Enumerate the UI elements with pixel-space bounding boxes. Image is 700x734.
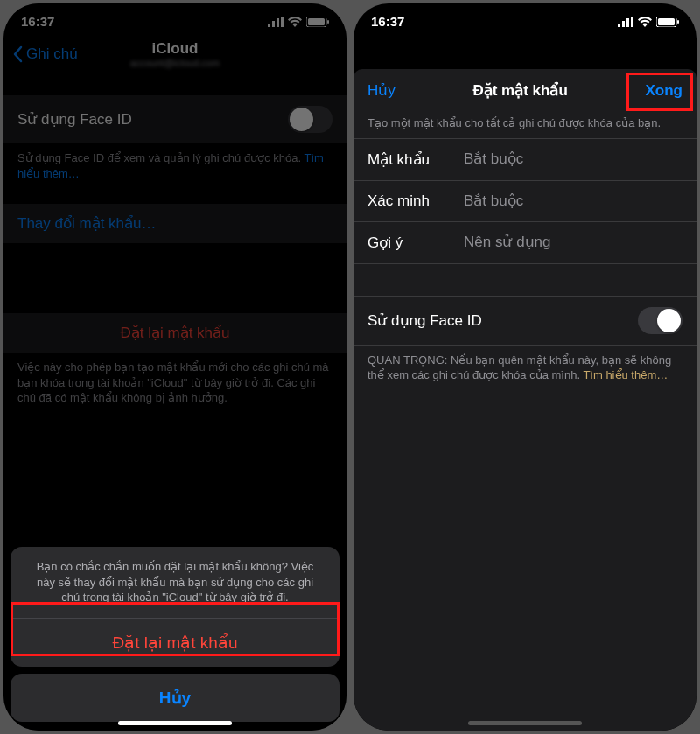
status-time: 16:37 xyxy=(21,14,54,29)
svg-rect-13 xyxy=(677,20,679,24)
faceid-toggle[interactable] xyxy=(638,307,682,334)
status-icons xyxy=(618,17,679,27)
modal-header: Hủy Đặt mật khẩu Xong xyxy=(354,69,696,108)
verify-row[interactable]: Xác minh xyxy=(354,180,696,221)
hint-row[interactable]: Gợi ý xyxy=(354,221,696,263)
nav-subtitle: account@icloud.com xyxy=(130,58,220,68)
status-bar: 16:37 xyxy=(354,3,696,34)
password-label: Mật khẩu xyxy=(368,150,464,169)
svg-rect-8 xyxy=(622,21,625,27)
back-button[interactable]: Ghi chú xyxy=(12,45,78,63)
reset-password-button[interactable]: Đặt lại mật khẩu xyxy=(4,313,346,353)
form-group: Mật khẩu Xác minh Gợi ý xyxy=(354,138,696,264)
sheet-reset-button[interactable]: Đặt lại mật khẩu xyxy=(10,618,340,667)
svg-rect-2 xyxy=(276,18,279,27)
battery-icon xyxy=(656,17,679,27)
faceid-label: Sử dụng Face ID xyxy=(18,110,132,129)
right-phone: 16:37 Hủy Đặt mật khẩu Xong Tạo một mật … xyxy=(354,3,696,731)
change-password-button[interactable]: Thay đổi mật khẩu… xyxy=(4,204,346,243)
left-phone: 16:37 Ghi chú iCloud account@icloud.com … xyxy=(4,3,346,731)
svg-rect-6 xyxy=(327,20,329,24)
status-icons xyxy=(268,17,329,27)
svg-rect-10 xyxy=(631,17,634,27)
nav-title: iCloud xyxy=(130,40,220,58)
chevron-left-icon xyxy=(12,45,23,63)
done-button[interactable]: Xong xyxy=(645,82,682,100)
faceid-label: Sử dụng Face ID xyxy=(368,311,482,330)
cellular-icon xyxy=(268,17,284,27)
faceid-footer: Sử dụng Face ID để xem và quản lý ghi ch… xyxy=(4,143,346,181)
password-row[interactable]: Mật khẩu xyxy=(354,139,696,180)
sheet-cancel-button[interactable]: Hủy xyxy=(10,674,340,722)
instruction-text: Tạo một mật khẩu cho tất cả ghi chú được… xyxy=(354,108,696,138)
home-indicator[interactable] xyxy=(468,721,582,725)
wifi-icon xyxy=(638,17,652,27)
faceid-toggle-row[interactable]: Sử dụng Face ID xyxy=(4,95,346,143)
modal-title: Đặt mật khẩu xyxy=(472,81,567,100)
svg-rect-1 xyxy=(272,21,275,27)
verify-label: Xác minh xyxy=(368,192,464,210)
verify-input[interactable] xyxy=(464,192,682,210)
important-text: QUAN TRỌNG: Nếu bạn quên mật khẩu này, b… xyxy=(354,346,696,390)
hint-input[interactable] xyxy=(464,234,682,251)
svg-rect-12 xyxy=(658,18,675,25)
svg-rect-5 xyxy=(308,18,325,25)
sheet-message: Bạn có chắc chắn muốn đặt lại mật khẩu k… xyxy=(10,547,340,618)
cellular-icon xyxy=(618,17,634,27)
cancel-button[interactable]: Hủy xyxy=(368,81,396,100)
svg-rect-3 xyxy=(281,17,284,27)
learn-more-link[interactable]: Tìm hiểu thêm… xyxy=(583,368,668,381)
faceid-toggle[interactable] xyxy=(288,106,332,133)
hint-label: Gợi ý xyxy=(368,234,464,252)
svg-rect-9 xyxy=(626,18,629,27)
password-input[interactable] xyxy=(464,150,682,168)
action-sheet: Bạn có chắc chắn muốn đặt lại mật khẩu k… xyxy=(10,547,340,722)
reset-footer: Việc này cho phép bạn tạo mật khẩu mới c… xyxy=(4,353,346,406)
nav-header: Ghi chú iCloud account@icloud.com xyxy=(4,34,346,73)
faceid-toggle-row[interactable]: Sử dụng Face ID xyxy=(354,297,696,345)
home-indicator[interactable] xyxy=(118,721,232,725)
svg-rect-7 xyxy=(618,24,620,27)
battery-icon xyxy=(306,17,329,27)
svg-rect-0 xyxy=(268,24,270,27)
back-label: Ghi chú xyxy=(26,45,78,63)
status-time: 16:37 xyxy=(371,14,404,29)
wifi-icon xyxy=(288,17,302,27)
status-bar: 16:37 xyxy=(4,3,346,34)
modal-card: Hủy Đặt mật khẩu Xong Tạo một mật khẩu c… xyxy=(354,69,696,731)
